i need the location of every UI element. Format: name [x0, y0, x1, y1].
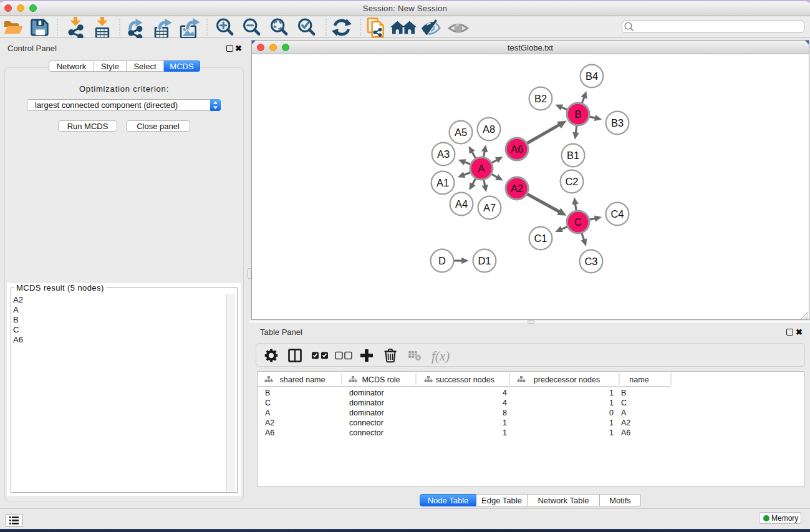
- svg-text:predecessor nodes: predecessor nodes: [534, 375, 600, 384]
- svg-text:dominator: dominator: [349, 399, 384, 407]
- svg-text:D1: D1: [478, 255, 491, 266]
- svg-text:B: B: [574, 109, 581, 120]
- svg-text:A6: A6: [621, 428, 630, 437]
- svg-text:C: C: [574, 216, 582, 228]
- svg-text:C: C: [265, 399, 271, 407]
- svg-text:A2: A2: [265, 418, 274, 427]
- svg-text:1: 1: [609, 428, 614, 437]
- svg-text:1: 1: [609, 389, 614, 397]
- svg-text:B1: B1: [567, 150, 579, 161]
- svg-text:MCDS role: MCDS role: [362, 375, 400, 384]
- svg-text:0: 0: [609, 409, 614, 417]
- svg-text:4: 4: [503, 399, 507, 407]
- svg-text:A6: A6: [265, 428, 274, 437]
- svg-text:C1: C1: [534, 233, 547, 244]
- svg-text:4: 4: [503, 389, 507, 397]
- svg-text:C2: C2: [565, 176, 578, 187]
- svg-text:A8: A8: [483, 123, 495, 135]
- svg-text:dominator: dominator: [349, 409, 384, 417]
- svg-text:C4: C4: [610, 208, 624, 220]
- svg-text:B2: B2: [534, 93, 547, 104]
- svg-text:B4: B4: [586, 70, 598, 82]
- svg-text:1: 1: [609, 399, 614, 407]
- svg-text:D: D: [438, 255, 446, 266]
- svg-text:B3: B3: [611, 117, 624, 128]
- svg-text:connector: connector: [349, 428, 383, 437]
- svg-text:A5: A5: [455, 127, 467, 138]
- svg-text:A7: A7: [483, 202, 496, 213]
- svg-text:C3: C3: [584, 256, 597, 267]
- svg-text:A4: A4: [455, 198, 468, 210]
- svg-text:name: name: [629, 375, 648, 384]
- svg-text:A6: A6: [511, 143, 523, 155]
- svg-text:A1: A1: [436, 177, 449, 188]
- svg-text:A: A: [621, 409, 627, 417]
- svg-text:f(x): f(x): [432, 349, 450, 364]
- svg-text:A2: A2: [621, 418, 630, 427]
- svg-text:dominator: dominator: [349, 389, 384, 397]
- svg-text:A2: A2: [511, 183, 523, 194]
- svg-text:C: C: [621, 399, 627, 407]
- svg-text:B: B: [621, 389, 626, 397]
- svg-text:1: 1: [609, 418, 614, 427]
- svg-text:A: A: [478, 163, 485, 174]
- svg-text:A: A: [265, 409, 271, 417]
- svg-text:A3: A3: [437, 148, 450, 160]
- svg-text:shared name: shared name: [280, 375, 325, 384]
- svg-text:connector: connector: [349, 418, 383, 427]
- svg-text:B: B: [265, 389, 270, 397]
- svg-text:successor nodes: successor nodes: [436, 375, 494, 384]
- svg-text:1: 1: [503, 428, 507, 437]
- svg-text:8: 8: [503, 409, 507, 417]
- svg-text:1: 1: [503, 418, 507, 427]
